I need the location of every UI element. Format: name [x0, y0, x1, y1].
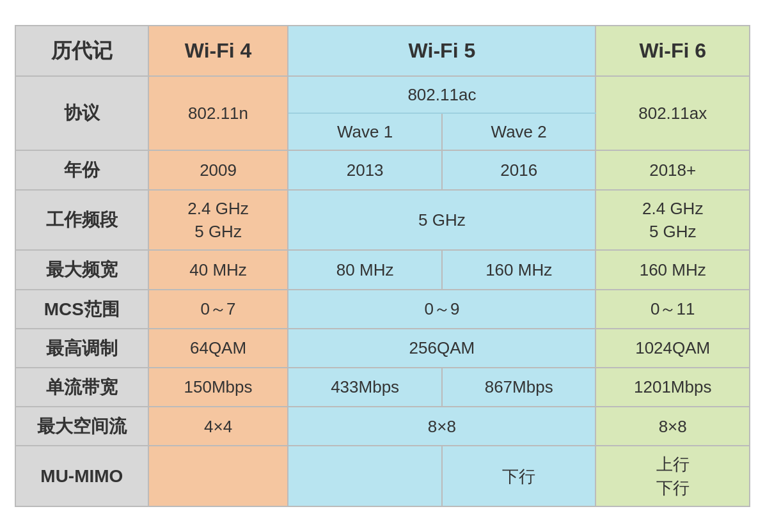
bandwidth-label: 最大频宽	[15, 250, 148, 289]
main-container: 历代记 Wi-Fi 4 Wi-Fi 5 Wi-Fi 6 协议 802.11n 8…	[0, 0, 765, 532]
stream-bw-label: 单流带宽	[15, 368, 148, 407]
mcs-row: MCS范围 0～7 0～9 0～11	[15, 290, 750, 329]
header-row: 历代记 Wi-Fi 4 Wi-Fi 5 Wi-Fi 6	[15, 26, 750, 76]
mumimo-row: MU-MIMO 下行 上行 下行	[15, 446, 750, 506]
bandwidth-row: 最大频宽 40 MHz 80 MHz 160 MHz 160 MHz	[15, 250, 750, 289]
frequency-wifi5: 5 GHz	[288, 190, 595, 251]
year-wifi5-wave2: 2016	[442, 150, 596, 189]
mcs-wifi6: 0～11	[595, 290, 750, 329]
modulation-wifi4: 64QAM	[148, 329, 288, 368]
header-wifi5: Wi-Fi 5	[288, 26, 595, 76]
protocol-wave2: Wave 2	[442, 113, 596, 150]
modulation-label: 最高调制	[15, 329, 148, 368]
header-wifi6: Wi-Fi 6	[595, 26, 750, 76]
protocol-label: 协议	[15, 76, 148, 151]
comparison-table: 历代记 Wi-Fi 4 Wi-Fi 5 Wi-Fi 6 协议 802.11n 8…	[15, 25, 750, 507]
modulation-row: 最高调制 64QAM 256QAM 1024QAM	[15, 329, 750, 368]
header-label: 历代记	[15, 26, 148, 76]
spatial-wifi5: 8×8	[288, 407, 595, 446]
mcs-wifi5: 0～9	[288, 290, 595, 329]
stream-bw-wifi5-wave1: 433Mbps	[288, 368, 442, 407]
mumimo-label: MU-MIMO	[15, 446, 148, 506]
mumimo-wifi4	[148, 446, 288, 506]
header-wifi4: Wi-Fi 4	[148, 26, 288, 76]
spatial-wifi6: 8×8	[595, 407, 750, 446]
mumimo-wifi5-wave1	[288, 446, 442, 506]
stream-bw-row: 单流带宽 150Mbps 433Mbps 867Mbps 1201Mbps	[15, 368, 750, 407]
bandwidth-wifi5-wave1: 80 MHz	[288, 250, 442, 289]
frequency-wifi6: 2.4 GHz 5 GHz	[595, 190, 750, 251]
frequency-label: 工作频段	[15, 190, 148, 251]
protocol-row-top: 协议 802.11n 802.11ac 802.11ax	[15, 76, 750, 113]
year-wifi6: 2018+	[595, 150, 750, 189]
spatial-label: 最大空间流	[15, 407, 148, 446]
bandwidth-wifi6: 160 MHz	[595, 250, 750, 289]
year-row: 年份 2009 2013 2016 2018+	[15, 150, 750, 189]
year-wifi5-wave1: 2013	[288, 150, 442, 189]
frequency-row: 工作频段 2.4 GHz 5 GHz 5 GHz 2.4 GHz 5 GHz	[15, 190, 750, 251]
protocol-wifi6: 802.11ax	[595, 76, 750, 151]
year-label: 年份	[15, 150, 148, 189]
mcs-label: MCS范围	[15, 290, 148, 329]
protocol-wave1: Wave 1	[288, 113, 442, 150]
bandwidth-wifi5-wave2: 160 MHz	[442, 250, 596, 289]
modulation-wifi6: 1024QAM	[595, 329, 750, 368]
mcs-wifi4: 0～7	[148, 290, 288, 329]
year-wifi4: 2009	[148, 150, 288, 189]
stream-bw-wifi4: 150Mbps	[148, 368, 288, 407]
stream-bw-wifi5-wave2: 867Mbps	[442, 368, 596, 407]
mumimo-wifi6: 上行 下行	[595, 446, 750, 506]
modulation-wifi5: 256QAM	[288, 329, 595, 368]
stream-bw-wifi6: 1201Mbps	[595, 368, 750, 407]
protocol-wifi5-ac: 802.11ac	[288, 76, 595, 113]
protocol-wifi4: 802.11n	[148, 76, 288, 151]
spatial-row: 最大空间流 4×4 8×8 8×8	[15, 407, 750, 446]
bandwidth-wifi4: 40 MHz	[148, 250, 288, 289]
spatial-wifi4: 4×4	[148, 407, 288, 446]
mumimo-wifi5-wave2: 下行	[442, 446, 596, 506]
frequency-wifi4: 2.4 GHz 5 GHz	[148, 190, 288, 251]
